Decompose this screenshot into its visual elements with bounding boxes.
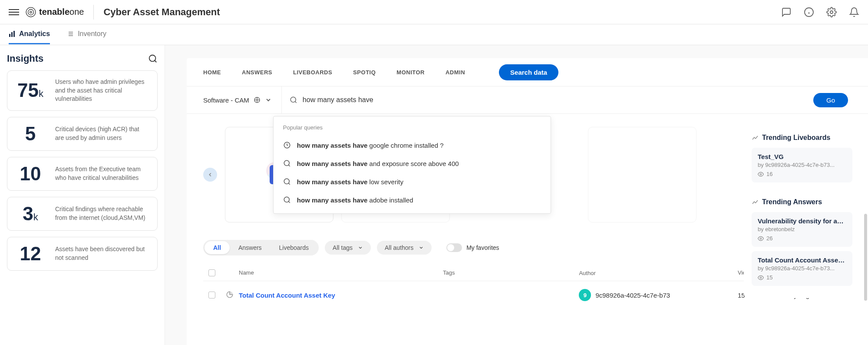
insight-value: 12 [15,244,46,263]
col-author[interactable]: Author [579,269,738,276]
search-icon[interactable] [148,54,158,63]
svg-point-21 [284,179,289,184]
svg-point-27 [760,238,762,239]
col-tags[interactable]: Tags [443,269,579,276]
svg-rect-7 [9,34,10,37]
topnav-liveboards[interactable]: LIVEBOARDS [293,69,332,76]
svg-point-1 [28,9,34,15]
svg-line-14 [155,60,156,62]
trending-item[interactable]: Vulnerability density for accoun by ebre… [752,212,852,247]
bar-chart-icon [9,30,16,37]
pill-liveboards[interactable]: Liveboards [271,241,318,254]
svg-point-23 [284,197,289,202]
trending-item-author: by 9c98926a-4025-4c7e-b73... [758,162,846,168]
tab-analytics[interactable]: Analytics [9,25,50,44]
svg-point-2 [30,11,32,13]
topnav-home[interactable]: HOME [203,69,221,76]
gear-icon[interactable] [826,7,837,17]
row-name[interactable]: Total Count Account Asset Key [239,292,335,299]
dropdown-label: Popular queries [274,124,551,136]
sidebar-title: Insights [7,53,43,64]
eye-icon [758,236,764,242]
suggestion-item[interactable]: how many assets have low severity [274,172,551,191]
eye-icon [758,171,764,177]
query-input[interactable] [303,96,813,104]
chevron-down-icon [358,245,363,250]
history-icon [283,141,291,149]
insights-sidebar: Insights 75kUsers who have admin privile… [0,45,165,345]
embedded-topnav: HOMEANSWERSLIVEBOARDSSPOTIQMONITORADMIN … [187,58,868,86]
topnav-spotiq[interactable]: SPOTIQ [353,69,376,76]
chevron-down-icon [419,245,424,250]
insight-value: 5 [15,124,46,143]
svg-rect-8 [11,32,13,37]
trending-item-title: Total Count Account Asset Key [758,256,846,264]
trending-item-author: by ebretonbelz [758,226,846,232]
trending-liveboards-title: Trending Liveboards [752,134,852,142]
trending-item-views: 16 [758,171,846,177]
suggestion-item[interactable]: how many assets have adobe installed [274,191,551,209]
trending-item-title: Vulnerability density for accoun [758,217,846,225]
favorites-toggle[interactable] [446,243,462,252]
trending-answers-title: Trending Answers [752,198,852,206]
dataset-icon [254,96,261,103]
info-icon[interactable] [804,7,814,17]
menu-toggle[interactable] [9,7,19,17]
search-icon [283,178,291,186]
search-data-button[interactable]: Search data [499,64,558,80]
insight-desc: Assets from the Executive team who have … [55,165,149,182]
trending-panel: Trending Liveboards Test_VG by 9c98926a-… [744,126,860,302]
select-all-checkbox[interactable] [208,269,215,276]
brand-logo[interactable]: tenableone [25,7,84,18]
svg-line-22 [288,183,290,184]
svg-point-16 [290,97,296,102]
row-checkbox[interactable] [208,292,215,299]
authors-filter[interactable]: All authors [377,241,432,255]
suggestion-item[interactable]: how many assets have and exposure score … [274,154,551,172]
trend-icon [752,199,759,206]
insight-value: 3k [15,204,46,223]
trending-item-views: 15 [758,274,846,281]
pill-answers[interactable]: Answers [230,241,271,254]
insight-desc: Critical findings where reachable from t… [55,205,149,222]
svg-rect-9 [13,31,15,37]
svg-point-6 [830,11,833,13]
carousel-card[interactable] [588,127,696,222]
topnav-answers[interactable]: ANSWERS [242,69,272,76]
insight-card[interactable]: 75kUsers who have admin privileges and t… [7,70,158,111]
carousel-prev[interactable] [203,168,217,182]
trending-item-title: Test_VG [758,153,846,160]
insight-card[interactable]: 12Assets have been discovered but not sc… [7,237,158,271]
pill-all[interactable]: All [205,241,230,254]
app-header: tenableone Cyber Asset Management [0,0,868,24]
chevron-left-icon [207,172,213,178]
insight-desc: Users who have admin privileges and the … [55,78,149,103]
dataset-selector[interactable]: Software - CAM [203,86,282,113]
type-filter-pills: AllAnswersLiveboards [203,240,319,255]
svg-point-0 [26,7,36,17]
trending-item[interactable]: Total Count Account Asset Key by 9c98926… [752,251,852,286]
scrollbar[interactable] [864,214,867,301]
topnav-admin[interactable]: ADMIN [446,69,465,76]
insight-card[interactable]: 5Critical devices (high ACR) that are us… [7,117,158,151]
insight-desc: Critical devices (high ACR) that are use… [55,125,149,142]
tags-filter[interactable]: All tags [325,241,371,255]
trend-icon [752,134,759,141]
go-button[interactable]: Go [813,93,848,107]
chat-icon[interactable] [781,7,792,17]
primary-tabs: Analytics Inventory [0,24,868,45]
query-suggestions: Popular queries how many assets have goo… [273,116,551,214]
topnav-monitor[interactable]: MONITOR [396,69,425,76]
suggestion-item[interactable]: how many assets have google chrome insta… [274,136,551,154]
svg-line-24 [288,201,290,202]
tab-inventory[interactable]: Inventory [67,25,106,44]
col-name[interactable]: Name [239,269,443,276]
trending-item[interactable]: Test_VG by 9c98926a-4025-4c7e-b73... 16 [752,148,852,182]
insight-card[interactable]: 3kCritical findings where reachable from… [7,197,158,231]
svg-point-13 [149,55,156,62]
insight-card[interactable]: 10Assets from the Executive team who hav… [7,157,158,191]
insight-desc: Assets have been discovered but not scan… [55,245,149,262]
author-name: 9c98926a-4025-4c7e-b73 [595,292,670,299]
bell-icon[interactable] [849,7,859,17]
trending-item-views: 26 [758,235,846,242]
